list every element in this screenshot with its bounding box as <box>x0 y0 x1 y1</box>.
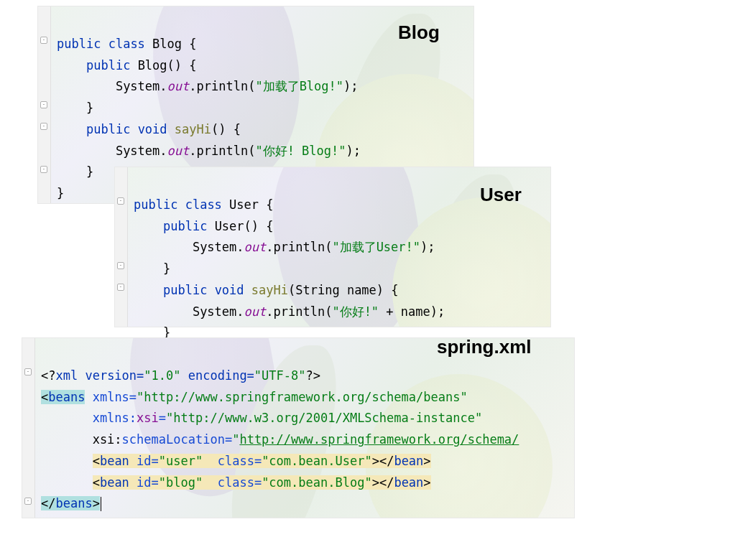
blog-label: Blog <box>398 22 440 44</box>
user-label: User <box>480 184 522 206</box>
xml-code[interactable]: <?xml version="1.0" encoding="UTF-8"?> <… <box>22 338 574 521</box>
spring-label: spring.xml <box>437 336 531 358</box>
text-cursor <box>101 497 101 511</box>
spring-xml-panel: - - <?xml version="1.0" encoding="UTF-8"… <box>22 337 575 518</box>
